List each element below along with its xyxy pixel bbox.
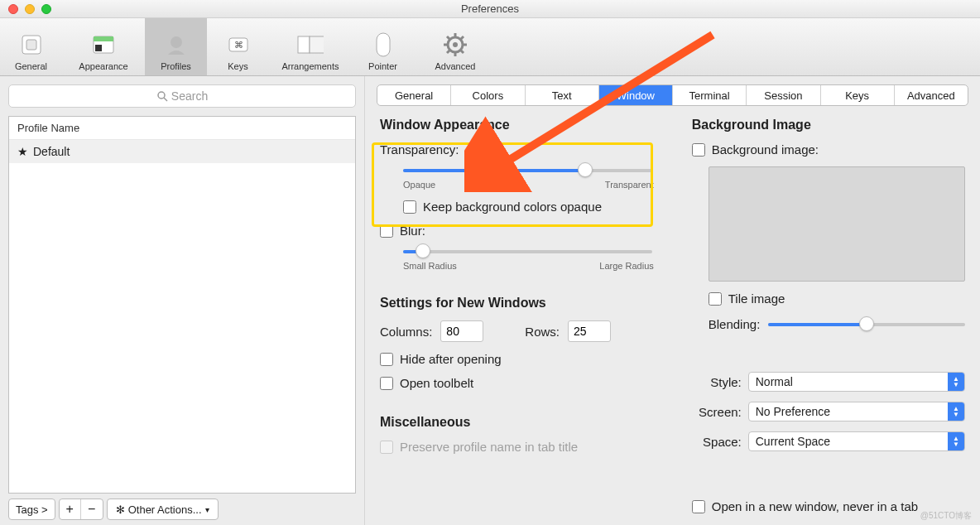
- watermark: @51CTO博客: [920, 510, 972, 522]
- svg-line-18: [460, 50, 464, 53]
- profiles-icon: [163, 31, 190, 58]
- miscellaneous-heading: Miscellaneous: [380, 415, 667, 430]
- blending-label: Blending:: [709, 317, 761, 331]
- svg-line-22: [164, 98, 167, 101]
- svg-rect-4: [95, 45, 102, 51]
- appearance-icon: [90, 31, 117, 58]
- star-icon: ★: [17, 145, 28, 158]
- close-window-button[interactable]: [8, 4, 18, 14]
- svg-rect-10: [377, 33, 390, 56]
- chevron-updown-icon: ▲▼: [948, 402, 964, 421]
- background-image-checkbox[interactable]: Background image:: [692, 142, 965, 157]
- toolbar-pointer[interactable]: Pointer: [352, 18, 414, 75]
- arrangements-icon: [297, 31, 324, 58]
- profile-list-header: Profile Name: [9, 117, 355, 140]
- blur-max-label: Large Radius: [599, 261, 653, 271]
- minimize-window-button[interactable]: [25, 4, 35, 14]
- remove-profile-button[interactable]: −: [81, 499, 103, 519]
- toolbar-advanced[interactable]: Advanced: [414, 18, 497, 75]
- blur-min-label: Small Radius: [403, 261, 457, 271]
- toolbar-appearance[interactable]: Appearance: [62, 18, 145, 75]
- blur-checkbox[interactable]: Blur:: [380, 224, 667, 238]
- svg-rect-8: [298, 36, 310, 53]
- style-label: Style:: [692, 375, 742, 389]
- style-select[interactable]: Normal ▲▼: [748, 372, 965, 392]
- mouse-icon: [370, 31, 396, 58]
- profile-bottom-toolbar: Tags > + − ✻ Other Actions... ▾: [8, 499, 356, 525]
- rows-label: Rows:: [525, 325, 560, 339]
- svg-text:⌘: ⌘: [233, 40, 243, 50]
- tab-keys[interactable]: Keys: [821, 85, 895, 105]
- svg-point-21: [158, 92, 165, 99]
- rows-input[interactable]: [568, 320, 611, 342]
- screen-select[interactable]: No Preference ▲▼: [748, 402, 965, 421]
- other-actions-menu[interactable]: ✻ Other Actions... ▾: [107, 499, 219, 520]
- svg-point-12: [453, 42, 458, 47]
- svg-line-20: [447, 50, 450, 53]
- gear-icon: [442, 31, 468, 58]
- prefs-toolbar: General Appearance Profiles ⌘ Keys Arran…: [0, 18, 980, 76]
- hide-after-opening-checkbox[interactable]: Hide after opening: [380, 352, 667, 366]
- columns-input[interactable]: [440, 320, 483, 342]
- toolbar-arrangements[interactable]: Arrangements: [269, 18, 352, 75]
- add-profile-button[interactable]: +: [60, 499, 81, 519]
- space-select[interactable]: Current Space ▲▼: [748, 431, 965, 451]
- tab-terminal[interactable]: Terminal: [673, 85, 747, 105]
- new-windows-heading: Settings for New Windows: [380, 296, 667, 311]
- slider-min-label: Opaque: [403, 180, 435, 190]
- tab-general[interactable]: General: [377, 85, 451, 105]
- tab-text[interactable]: Text: [526, 85, 599, 105]
- right-pane: General Colors Text Window Terminal Sess…: [364, 76, 980, 525]
- tab-session[interactable]: Session: [747, 85, 820, 105]
- titlebar: Preferences: [0, 0, 980, 18]
- toolbar-keys[interactable]: ⌘ Keys: [207, 18, 269, 75]
- preserve-profile-name-checkbox[interactable]: Preserve profile name in tab title: [380, 440, 667, 454]
- search-input[interactable]: Search: [8, 84, 356, 108]
- svg-rect-9: [310, 36, 324, 53]
- tab-window[interactable]: Window: [599, 85, 673, 105]
- gear-icon: ✻: [116, 503, 125, 516]
- search-icon: [156, 90, 168, 102]
- keep-bg-opaque-checkbox[interactable]: Keep background colors opaque: [403, 200, 667, 214]
- blur-slider[interactable]: [403, 243, 652, 259]
- tags-selector[interactable]: Tags >: [8, 499, 55, 520]
- background-image-well[interactable]: [709, 166, 965, 282]
- columns-label: Columns:: [380, 325, 432, 339]
- background-image-heading: Background Image: [692, 118, 965, 132]
- zoom-window-button[interactable]: [41, 4, 51, 14]
- transparency-slider[interactable]: [403, 161, 652, 178]
- chevron-updown-icon: ▲▼: [948, 432, 964, 450]
- space-label: Space:: [692, 435, 742, 449]
- svg-line-17: [447, 36, 450, 40]
- general-icon: [18, 31, 45, 58]
- window-title: Preferences: [0, 2, 980, 15]
- svg-rect-3: [94, 36, 113, 41]
- chevron-updown-icon: ▲▼: [948, 373, 964, 391]
- tab-colors[interactable]: Colors: [451, 85, 525, 105]
- open-toolbelt-checkbox[interactable]: Open toolbelt: [380, 376, 667, 390]
- window-appearance-heading: Window Appearance: [380, 118, 667, 132]
- chevron-down-icon: ▾: [205, 505, 209, 514]
- svg-point-5: [171, 36, 182, 48]
- profile-tabs: General Colors Text Window Terminal Sess…: [377, 84, 968, 106]
- profile-row-default[interactable]: ★ Default: [9, 140, 355, 163]
- screen-label: Screen:: [692, 405, 742, 419]
- transparency-label: Transparency:: [380, 142, 667, 157]
- tab-advanced[interactable]: Advanced: [895, 85, 968, 105]
- toolbar-general[interactable]: General: [0, 18, 62, 75]
- profile-list: Profile Name ★ Default: [8, 116, 356, 494]
- tile-image-checkbox[interactable]: Tile image: [709, 291, 965, 306]
- toolbar-profiles[interactable]: Profiles: [145, 18, 207, 75]
- left-pane: Search Profile Name ★ Default Tags > + −…: [0, 76, 364, 525]
- keys-icon: ⌘: [225, 31, 252, 58]
- svg-rect-1: [26, 40, 36, 50]
- blending-slider[interactable]: [768, 315, 965, 332]
- slider-max-label: Transparent: [605, 180, 654, 190]
- svg-line-19: [460, 36, 464, 40]
